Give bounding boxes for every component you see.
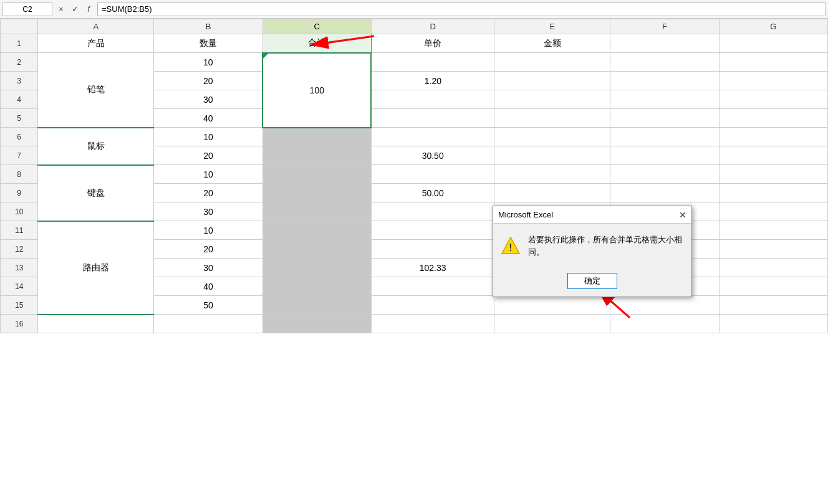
cell-a2[interactable]: 铅笔: [38, 53, 154, 128]
col-header-d[interactable]: D: [371, 19, 494, 34]
cell-b11[interactable]: 10: [154, 221, 262, 240]
cell-g8[interactable]: [719, 165, 827, 184]
cell-d1[interactable]: 单价: [371, 34, 494, 53]
cell-f8[interactable]: [610, 165, 719, 184]
cell-d9[interactable]: 50.00: [371, 184, 494, 202]
col-header-a[interactable]: A: [38, 19, 154, 34]
cell-g13[interactable]: [719, 259, 827, 277]
cell-d3[interactable]: 1.20: [371, 72, 494, 90]
cell-e3[interactable]: [494, 72, 610, 90]
cell-e9[interactable]: [494, 184, 610, 202]
cell-g15[interactable]: [719, 296, 827, 315]
cell-d2[interactable]: [371, 53, 494, 72]
cell-f9[interactable]: [610, 184, 719, 202]
col-header-e[interactable]: E: [494, 19, 610, 34]
cell-b13[interactable]: 30: [154, 259, 262, 277]
cell-d11[interactable]: [371, 221, 494, 240]
cell-e8[interactable]: [494, 165, 610, 184]
cell-b12[interactable]: 20: [154, 240, 262, 259]
cell-e5[interactable]: [494, 109, 610, 128]
dialog-close-button[interactable]: ✕: [679, 211, 686, 219]
cell-g1[interactable]: [719, 34, 827, 53]
cell-d4[interactable]: [371, 90, 494, 109]
col-header-c[interactable]: C: [262, 19, 371, 34]
cell-d14[interactable]: [371, 277, 494, 296]
cell-g2[interactable]: [719, 53, 827, 72]
cell-c11[interactable]: [262, 221, 371, 315]
function-btn[interactable]: f: [82, 3, 95, 16]
cell-a16[interactable]: [38, 315, 154, 333]
cell-a11[interactable]: 路由器: [38, 221, 154, 315]
col-header-f[interactable]: F: [610, 19, 719, 34]
cell-e7[interactable]: [494, 146, 610, 165]
cell-g10[interactable]: [719, 202, 827, 221]
row-num-6: 6: [1, 128, 38, 146]
formula-input[interactable]: =SUM(B2:B5): [97, 2, 826, 16]
cell-e2[interactable]: [494, 53, 610, 72]
cell-f1[interactable]: [610, 34, 719, 53]
cell-d7[interactable]: 30.50: [371, 146, 494, 165]
cell-b4[interactable]: 30: [154, 90, 262, 109]
cell-d15[interactable]: [371, 296, 494, 315]
col-header-b[interactable]: B: [154, 19, 262, 34]
cell-b5[interactable]: 40: [154, 109, 262, 128]
cancel-formula-btn[interactable]: ×: [55, 3, 67, 16]
cell-b8[interactable]: 10: [154, 165, 262, 184]
cell-e4[interactable]: [494, 90, 610, 109]
cell-b10[interactable]: 30: [154, 202, 262, 221]
dialog-ok-button[interactable]: 确定: [567, 273, 617, 289]
cell-f7[interactable]: [610, 146, 719, 165]
cell-g6[interactable]: [719, 128, 827, 146]
cell-b6[interactable]: 10: [154, 128, 262, 146]
row-num-3: 3: [1, 72, 38, 90]
cell-g4[interactable]: [719, 90, 827, 109]
cell-f4[interactable]: [610, 90, 719, 109]
cell-g7[interactable]: [719, 146, 827, 165]
cell-e1[interactable]: 金额: [494, 34, 610, 53]
cell-a8[interactable]: 键盘: [38, 165, 154, 221]
cell-a1[interactable]: 产品: [38, 34, 154, 53]
cell-d6[interactable]: [371, 128, 494, 146]
cell-d13[interactable]: 102.33: [371, 259, 494, 277]
cell-d12[interactable]: [371, 240, 494, 259]
cell-e16[interactable]: [494, 315, 610, 333]
cell-f15[interactable]: [610, 296, 719, 315]
cell-b2[interactable]: 10: [154, 53, 262, 72]
cell-f2[interactable]: [610, 53, 719, 72]
cell-f6[interactable]: [610, 128, 719, 146]
cell-g11[interactable]: [719, 221, 827, 240]
confirm-formula-btn[interactable]: ✓: [69, 3, 81, 16]
cell-b16[interactable]: [154, 315, 262, 333]
cell-g16[interactable]: [719, 315, 827, 333]
cell-b1[interactable]: 数量: [154, 34, 262, 53]
cell-b7[interactable]: 20: [154, 146, 262, 165]
cell-e15[interactable]: [494, 296, 610, 315]
cell-g14[interactable]: [719, 277, 827, 296]
cell-f3[interactable]: [610, 72, 719, 90]
cell-g9[interactable]: [719, 184, 827, 202]
cell-g12[interactable]: [719, 240, 827, 259]
cell-d5[interactable]: [371, 109, 494, 128]
cell-d10[interactable]: [371, 202, 494, 221]
cell-c1[interactable]: 合计: [262, 34, 371, 53]
cell-c8[interactable]: [262, 165, 371, 221]
cell-f5[interactable]: [610, 109, 719, 128]
cell-a6[interactable]: 鼠标: [38, 128, 154, 165]
cell-g3[interactable]: [719, 72, 827, 90]
cell-b3[interactable]: 20: [154, 72, 262, 90]
name-box[interactable]: C2: [2, 2, 52, 16]
cell-d8[interactable]: [371, 165, 494, 184]
dialog-footer: 确定: [493, 268, 691, 297]
cell-f16[interactable]: [610, 315, 719, 333]
cell-b9[interactable]: 20: [154, 184, 262, 202]
cell-b14[interactable]: 40: [154, 277, 262, 296]
cell-c16[interactable]: [262, 315, 371, 333]
cell-c2[interactable]: 100: [262, 53, 371, 128]
col-header-g[interactable]: G: [719, 19, 827, 34]
cell-e6[interactable]: [494, 128, 610, 146]
cell-c6[interactable]: [262, 128, 371, 165]
cell-g5[interactable]: [719, 109, 827, 128]
cell-d16[interactable]: [371, 315, 494, 333]
cell-b15[interactable]: 50: [154, 296, 262, 315]
row-corner: [1, 19, 38, 34]
